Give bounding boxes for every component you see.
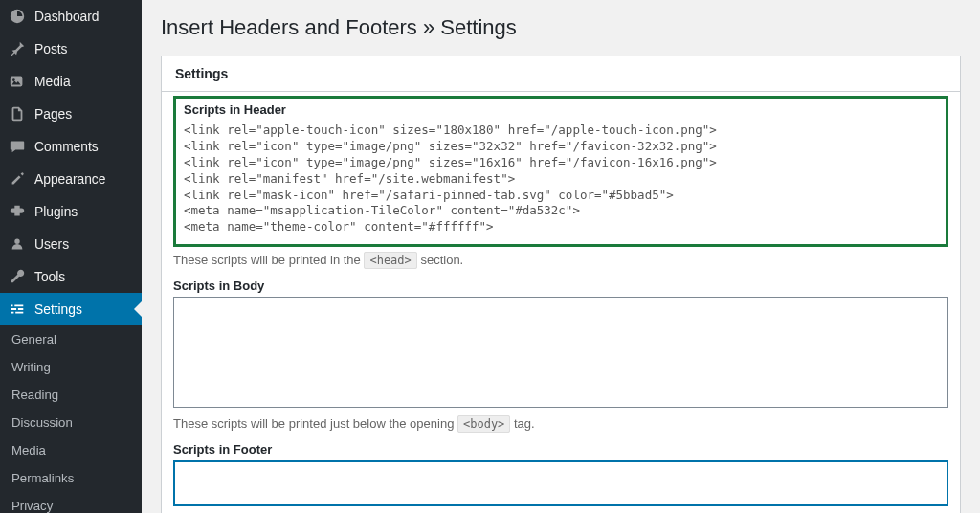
- sidebar-sub-privacy[interactable]: Privacy: [0, 492, 142, 513]
- page-title: Insert Headers and Footers » Settings: [161, 15, 961, 40]
- scripts-in-header-help: These scripts will be printed in the <he…: [173, 253, 948, 267]
- settings-panel: Settings Scripts in Header These scripts…: [161, 56, 961, 513]
- pages-icon: [8, 104, 27, 123]
- comments-icon: [8, 137, 27, 156]
- sidebar-item-label: Users: [34, 237, 69, 252]
- sidebar-item-label: Plugins: [34, 205, 78, 219]
- scripts-in-body-block: Scripts in Body: [173, 279, 948, 411]
- sidebar-sub-media[interactable]: Media: [0, 436, 142, 464]
- pin-icon: [8, 39, 27, 58]
- sidebar-item-label: Posts: [34, 42, 68, 56]
- sidebar-item-label: Appearance: [34, 172, 105, 187]
- scripts-in-header-label: Scripts in Header: [182, 102, 940, 117]
- sidebar-item-label: Media: [34, 75, 71, 89]
- sidebar-item-comments[interactable]: Comments: [0, 130, 142, 163]
- sidebar-item-plugins[interactable]: Plugins: [0, 195, 142, 228]
- scripts-in-body-label: Scripts in Body: [173, 279, 948, 293]
- scripts-in-header-textarea[interactable]: [182, 121, 940, 234]
- tools-icon: [8, 267, 27, 286]
- plugins-icon: [8, 202, 27, 221]
- sidebar-item-label: Dashboard: [34, 10, 100, 24]
- scripts-in-body-help: These scripts will be printed just below…: [173, 416, 948, 431]
- sidebar-sub-permalinks[interactable]: Permalinks: [0, 464, 142, 492]
- help-text-post: section.: [420, 253, 463, 267]
- help-code-chip: <body>: [457, 415, 510, 433]
- sidebar-item-label: Tools: [34, 270, 65, 284]
- sidebar-item-pages[interactable]: Pages: [0, 98, 142, 130]
- sidebar-item-appearance[interactable]: Appearance: [0, 163, 142, 195]
- scripts-in-footer-block: Scripts in Footer: [173, 442, 948, 509]
- sidebar-sub-general[interactable]: General: [0, 325, 142, 353]
- help-text-post: tag.: [514, 416, 535, 431]
- sidebar-item-label: Settings: [34, 302, 82, 317]
- sidebar-sub-reading[interactable]: Reading: [0, 381, 142, 409]
- sidebar-item-media[interactable]: Media: [0, 65, 142, 98]
- media-icon: [8, 72, 27, 91]
- scripts-in-footer-label: Scripts in Footer: [173, 442, 948, 457]
- sidebar-item-settings[interactable]: Settings: [0, 293, 142, 325]
- sidebar-sub-discussion[interactable]: Discussion: [0, 409, 142, 436]
- sidebar-item-label: Comments: [34, 140, 99, 154]
- scripts-in-header-block: Scripts in Header: [173, 96, 948, 247]
- dashboard-icon: [8, 7, 27, 26]
- help-code-chip: <head>: [364, 252, 416, 269]
- sidebar-sub-writing[interactable]: Writing: [0, 353, 142, 381]
- settings-icon: [8, 300, 27, 319]
- scripts-in-footer-textarea[interactable]: [173, 460, 948, 506]
- sidebar-item-posts[interactable]: Posts: [0, 33, 142, 65]
- sidebar-item-tools[interactable]: Tools: [0, 260, 142, 293]
- main-content: Insert Headers and Footers » Settings Se…: [142, 0, 980, 513]
- scripts-in-body-textarea[interactable]: [173, 297, 948, 408]
- sidebar-item-label: Pages: [34, 107, 72, 122]
- panel-title: Settings: [162, 56, 960, 92]
- users-icon: [8, 234, 27, 254]
- help-text-pre: These scripts will be printed just below…: [173, 416, 457, 431]
- appearance-icon: [8, 169, 27, 189]
- sidebar-item-dashboard[interactable]: Dashboard: [0, 0, 142, 33]
- help-text-pre: These scripts will be printed in the: [173, 253, 364, 267]
- sidebar-item-users[interactable]: Users: [0, 228, 142, 260]
- panel-body: Scripts in Header These scripts will be …: [162, 96, 960, 513]
- admin-sidebar: Dashboard Posts Media Pages Comments App…: [0, 0, 142, 513]
